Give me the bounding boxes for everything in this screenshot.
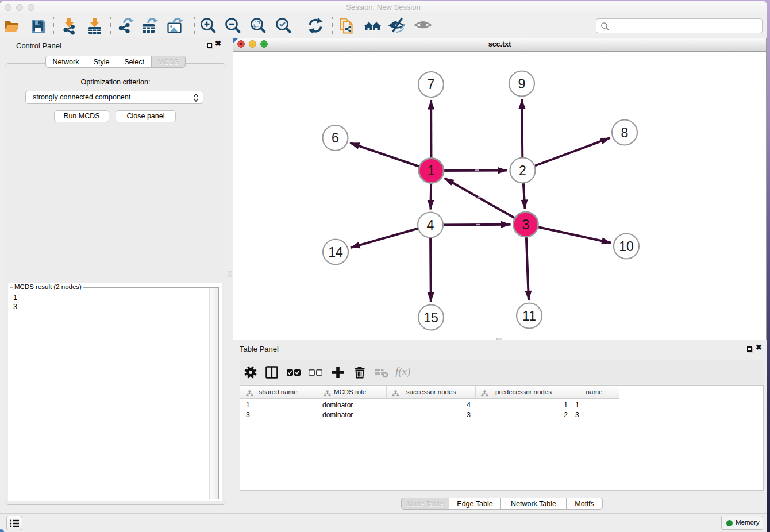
svg-text:10: 10 — [619, 239, 634, 254]
svg-text:7: 7 — [428, 77, 435, 92]
svg-text:9: 9 — [518, 76, 526, 91]
svg-text:4: 4 — [427, 218, 434, 233]
svg-text:8: 8 — [621, 125, 629, 140]
svg-text:3: 3 — [522, 217, 530, 232]
svg-text:14: 14 — [328, 245, 343, 260]
svg-text:2: 2 — [519, 163, 526, 178]
svg-text:1: 1 — [428, 163, 435, 178]
svg-text:15: 15 — [424, 310, 438, 325]
svg-text:11: 11 — [522, 309, 536, 323]
svg-text:6: 6 — [332, 130, 339, 145]
